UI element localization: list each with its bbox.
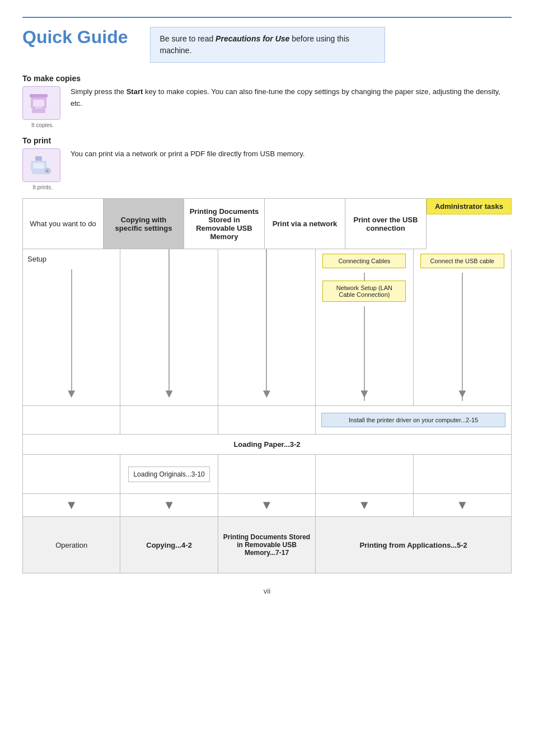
flow-diagram: Administrator tasks What you want to do …	[22, 198, 512, 573]
col4-setup: Connecting Cables Network Setup (LAN Cab…	[316, 249, 413, 405]
section-print-title: To print	[22, 136, 512, 145]
section-copies-content: It copies. Simply press the Start key to…	[22, 86, 512, 128]
svg-rect-4	[32, 109, 45, 113]
col1-setup: Setup ▼	[23, 249, 120, 405]
arrow-col4: ▼	[316, 494, 413, 516]
col3-header: Printing Documents Stored in Removable U…	[184, 199, 265, 249]
col4-header: Print via a network	[265, 199, 345, 249]
op-col1: Operation	[23, 517, 120, 573]
precaution-box: Be sure to read Precautions for Use befo…	[150, 27, 385, 63]
svg-rect-3	[30, 94, 48, 97]
loading-paper-row: Loading Paper...3-2	[22, 435, 512, 455]
svg-rect-1	[33, 100, 44, 106]
header-row: Quick Guide Be sure to read Precautions …	[22, 27, 512, 63]
print-icon: ≡	[22, 148, 60, 182]
install-col1	[23, 406, 120, 434]
lo-col4	[316, 455, 413, 493]
print-icon-label: It prints.	[22, 184, 63, 190]
col5-header: Print over the USB connection	[345, 199, 426, 249]
operation-row: Operation Copying...4-2 Printing Documen…	[22, 516, 512, 573]
loading-originals-row: Loading Originals...3-10	[22, 455, 512, 494]
col2-header: Copying with specific settings	[104, 199, 184, 249]
section-copies-title: To make copies	[22, 74, 512, 83]
arrow-col1: ▼	[23, 494, 120, 516]
admin-badge: Administrator tasks	[427, 198, 512, 214]
col3-setup: ▼	[218, 249, 316, 405]
copies-icon-label: It copies.	[22, 122, 63, 128]
precaution-text-before: Be sure to read	[160, 34, 216, 43]
loading-originals-box: Loading Originals...3-10	[128, 466, 209, 482]
arrow-col2: ▼	[120, 494, 218, 516]
section-print: To print ≡ It prints. You can print via …	[22, 136, 512, 190]
section-copies: To make copies It copies. Simply press t…	[22, 74, 512, 128]
lo-col5	[414, 455, 511, 493]
copies-icon	[22, 86, 60, 120]
op-col2: Copying...4-2	[120, 517, 218, 573]
top-border	[22, 17, 512, 18]
flow-header: What you want to do Copying with specifi…	[22, 198, 427, 249]
install-row: Install the printer driver on your compu…	[22, 406, 512, 435]
install-col2	[120, 406, 218, 434]
arrow-col5: ▼	[414, 494, 511, 516]
section-print-content: ≡ It prints. You can print via a network…	[22, 148, 512, 190]
print-icon-box: ≡ It prints.	[22, 148, 63, 190]
arrow-col3: ▼	[218, 494, 316, 516]
connect-usb-box: Connect the USB cable	[420, 254, 504, 268]
svg-rect-8	[32, 170, 45, 174]
lo-col1	[23, 455, 120, 493]
page-footer: vii	[22, 587, 512, 595]
install-col45: Install the printer driver on your compu…	[316, 406, 511, 434]
col2-setup: ▼	[120, 249, 218, 405]
svg-rect-6	[33, 163, 44, 169]
copies-text: Simply press the Start key to make copie…	[71, 86, 512, 110]
print-text: You can print via a network or print a P…	[71, 148, 305, 160]
op-col45: Printing from Applications...5-2	[316, 517, 511, 573]
precaution-text-italic: Precautions for Use	[216, 34, 289, 43]
svg-rect-7	[35, 156, 42, 161]
lo-col3	[218, 455, 316, 493]
page-title: Quick Guide	[22, 27, 128, 48]
setup-label: Setup	[27, 255, 115, 263]
arrow-row: ▼ ▼ ▼ ▼ ▼	[22, 494, 512, 516]
svg-text:≡: ≡	[46, 169, 49, 174]
install-printer-box: Install the printer driver on your compu…	[321, 413, 505, 427]
copies-icon-box: It copies.	[22, 86, 63, 128]
op-col3: Printing Documents Stored in Removable U…	[218, 517, 316, 573]
network-setup-box: Network Setup (LAN Cable Connection)	[322, 281, 406, 302]
lo-col2: Loading Originals...3-10	[120, 455, 218, 493]
col5-setup: Connect the USB cable ▼	[414, 249, 511, 405]
page-number: vii	[264, 587, 270, 595]
connecting-cables-box: Connecting Cables	[322, 254, 406, 268]
col1-header: What you want to do	[23, 199, 104, 249]
install-col3	[218, 406, 316, 434]
